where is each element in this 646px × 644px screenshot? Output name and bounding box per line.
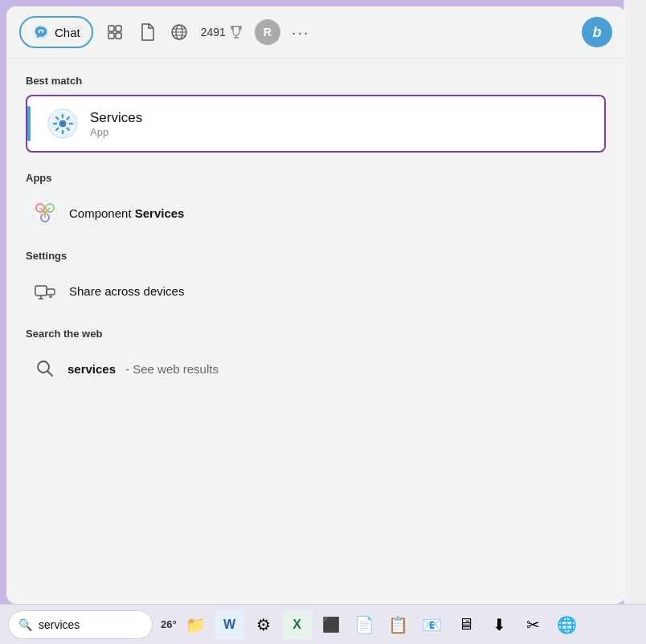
apps-section-label: Apps (26, 172, 606, 184)
settings-section: Settings Share across devices (26, 250, 606, 312)
share-across-devices-label: Share across devices (69, 284, 184, 298)
component-services-label: Component Services (69, 206, 184, 220)
services-app-icon (47, 108, 79, 140)
toolbar: Chat (6, 6, 625, 59)
taskbar-doc2[interactable]: 📋 (384, 610, 413, 639)
avatar-button[interactable]: R (255, 19, 280, 45)
weather-temp: 26° (161, 618, 177, 630)
bing-circle-button[interactable]: b (582, 17, 612, 47)
svg-point-2 (42, 31, 43, 33)
best-match-text: Services App (90, 110, 142, 138)
taskbar-doc1[interactable]: 📄 (350, 610, 379, 639)
component-services-icon (32, 200, 58, 226)
svg-rect-4 (116, 26, 121, 31)
toolbar-score: 2491 (201, 25, 243, 39)
more-button[interactable]: ··· (292, 23, 310, 42)
best-match-subtitle: App (90, 126, 142, 138)
taskbar-settings[interactable]: ⚙ (249, 610, 278, 639)
search-web-item[interactable]: services - See web results (26, 348, 606, 389)
share-across-devices-icon (32, 278, 58, 304)
trophy-icon (229, 25, 243, 39)
taskbar-download[interactable]: ⬇ (485, 610, 514, 639)
taskbar-search-icon: 🔍 (18, 618, 32, 631)
chat-button[interactable]: Chat (19, 16, 93, 48)
taskbar-search-box[interactable]: 🔍 (8, 610, 153, 639)
best-match-accent (27, 106, 31, 141)
taskbar-outlook[interactable]: 📧 (418, 610, 447, 639)
score-value: 2491 (201, 26, 226, 39)
grid-icon[interactable] (104, 22, 125, 43)
content-area: Best match Services App (6, 59, 625, 604)
search-query: services (67, 362, 116, 376)
taskbar-remote-desktop[interactable]: 🖥 (452, 610, 480, 639)
outer-wrapper: Chat (0, 0, 646, 644)
taskbar-word[interactable]: W (215, 610, 244, 639)
best-match-card[interactable]: Services App (26, 95, 606, 153)
best-match-label: Best match (26, 75, 606, 87)
search-web-label: Search the web (26, 328, 606, 340)
svg-point-1 (39, 31, 40, 33)
taskbar-chrome[interactable]: 🌐 (553, 610, 582, 639)
document-icon[interactable] (137, 22, 157, 43)
taskbar-excel[interactable]: X (283, 610, 312, 639)
svg-rect-6 (116, 33, 121, 39)
svg-rect-22 (35, 286, 47, 296)
search-panel: Chat (6, 6, 625, 604)
taskbar-file-explorer[interactable]: 📁 (182, 610, 211, 639)
right-panel (624, 0, 646, 644)
app-component-services[interactable]: Component Services (26, 192, 606, 234)
svg-rect-5 (108, 33, 114, 39)
best-match-title: Services (90, 110, 142, 126)
search-web-icon (32, 356, 58, 381)
setting-share-across-devices[interactable]: Share across devices (26, 270, 606, 312)
settings-section-label: Settings (26, 250, 606, 262)
search-web-section: Search the web services - See web result… (26, 328, 606, 389)
avatar-initial: R (264, 26, 272, 39)
svg-rect-3 (108, 26, 114, 31)
taskbar-search-input[interactable] (39, 618, 127, 631)
taskbar: 🔍 26° 📁 W ⚙ X ⬛ 📄 📋 📧 🖥 ⬇ ✂ 🌐 (0, 604, 646, 644)
taskbar-snipping[interactable]: ✂ (519, 610, 548, 639)
globe-icon[interactable] (169, 22, 190, 43)
weather-widget: 26° (161, 618, 177, 630)
svg-point-16 (61, 122, 65, 126)
taskbar-terminal[interactable]: ⬛ (317, 610, 345, 639)
apps-section: Apps Component Se (26, 172, 606, 234)
svg-rect-25 (47, 289, 55, 295)
chat-label: Chat (55, 26, 80, 39)
bing-chat-icon (32, 23, 50, 41)
bing-b-icon: b (593, 24, 602, 41)
svg-line-29 (48, 372, 53, 377)
search-suffix: - See web results (125, 362, 219, 376)
